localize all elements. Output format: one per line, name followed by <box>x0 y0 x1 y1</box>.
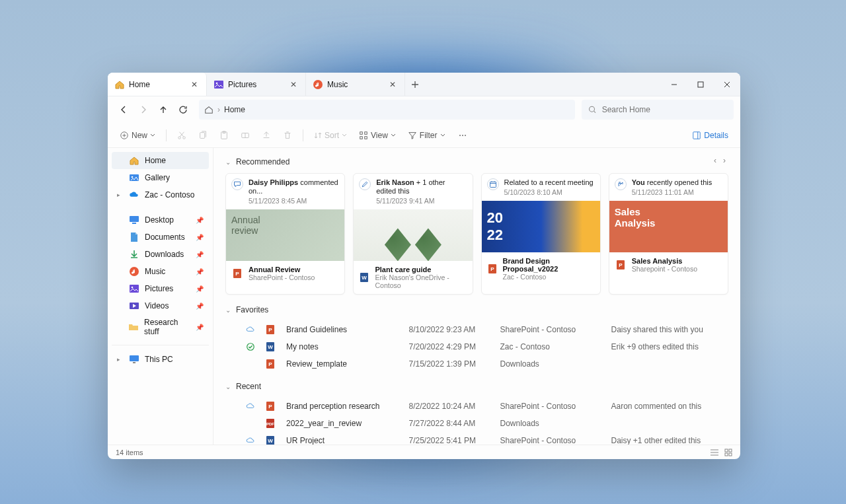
navigation-bar: › Home <box>108 96 740 123</box>
more-button[interactable]: ⋯ <box>453 128 472 143</box>
sidebar-item-zac-contoso[interactable]: ▸Zac - Contoso <box>112 186 209 203</box>
sidebar-item-downloads[interactable]: Downloads📌 <box>112 246 209 263</box>
close-window-button[interactable] <box>714 73 740 96</box>
card-thumbnail <box>354 209 472 261</box>
file-row[interactable]: PDF 2022_year_in_review 7/27/2022 8:44 A… <box>225 415 728 432</box>
section-recommended[interactable]: ⌄ Recommended <box>225 157 728 166</box>
maximize-button[interactable] <box>687 73 714 96</box>
tab-home[interactable]: Home ✕ <box>108 73 207 96</box>
sidebar-item-research-stuff[interactable]: Research stuff📌 <box>112 314 209 340</box>
sidebar-item-this-pc[interactable]: ▸This PC <box>112 351 209 368</box>
card-filename: Brand Design Proposal_v2022 <box>503 257 595 273</box>
carousel-prev-button[interactable]: ‹ <box>714 156 716 165</box>
svg-text:W: W <box>268 344 273 350</box>
file-date: 7/15/2022 1:39 PM <box>409 359 495 369</box>
card-timestamp: 5/11/2023 11:01 AM <box>632 188 712 196</box>
file-location: SharePoint - Contoso <box>500 402 606 411</box>
card-activity: Related to a recent meeting <box>504 178 594 187</box>
close-tab-button[interactable]: ✕ <box>288 80 299 89</box>
gallery-icon <box>129 172 139 183</box>
close-tab-button[interactable]: ✕ <box>189 80 200 89</box>
search-input[interactable] <box>602 105 727 114</box>
cloud-icon <box>245 435 256 445</box>
delete-button[interactable] <box>279 128 296 143</box>
recommended-card[interactable]: Daisy Philipps commented on... 5/11/2023… <box>225 173 345 295</box>
file-activity: Erik +9 others edited this <box>611 342 729 351</box>
file-row[interactable]: P Brand Guidelines 8/10/2022 9:23 AM Sha… <box>225 321 728 338</box>
filter-button[interactable]: Filter <box>404 128 449 143</box>
sort-button[interactable]: Sort <box>310 128 351 143</box>
carousel-next-button[interactable]: › <box>723 156 726 165</box>
rename-button[interactable] <box>237 128 254 143</box>
sidebar-item-desktop[interactable]: Desktop📌 <box>112 211 209 229</box>
sidebar-item-videos[interactable]: Videos📌 <box>112 297 209 314</box>
share-button[interactable] <box>258 128 275 143</box>
new-button[interactable]: New <box>116 128 159 143</box>
sidebar-label: Research stuff <box>144 318 190 336</box>
file-name: Brand Guidelines <box>286 325 404 334</box>
search-box[interactable] <box>582 100 734 120</box>
recommended-card[interactable]: You recently opened this 5/11/2023 11:01… <box>609 173 728 295</box>
file-date: 7/20/2022 4:29 PM <box>409 342 495 351</box>
file-location: Downloads <box>500 359 606 369</box>
back-button[interactable] <box>114 100 133 119</box>
item-count: 14 items <box>116 449 143 456</box>
sidebar-item-documents[interactable]: Documents📌 <box>112 229 209 246</box>
file-activity: Daisy shared this with you <box>611 325 729 334</box>
up-button[interactable] <box>154 100 173 119</box>
card-location: Zac - Contoso <box>503 273 595 281</box>
svg-rect-49 <box>725 449 728 452</box>
file-row[interactable]: P Review_template 7/15/2022 1:39 PM Down… <box>225 355 728 373</box>
svg-rect-15 <box>365 136 367 139</box>
card-location: Erik Nason's OneDrive - Contoso <box>375 273 467 289</box>
refresh-button[interactable] <box>174 100 192 119</box>
sidebar-item-pictures[interactable]: Pictures📌 <box>112 280 209 297</box>
word-icon: W <box>265 435 276 445</box>
svg-rect-52 <box>729 453 732 456</box>
sidebar-label: Gallery <box>145 173 170 182</box>
copy-button[interactable] <box>194 128 212 143</box>
file-date: 8/10/2022 9:23 AM <box>409 325 495 334</box>
sidebar-label: Desktop <box>145 215 174 225</box>
tab-pictures[interactable]: Pictures ✕ <box>207 73 306 96</box>
home-icon <box>114 79 125 90</box>
file-row[interactable]: W My notes 7/20/2022 4:29 PM Zac - Conto… <box>225 338 728 355</box>
sidebar-item-gallery[interactable]: Gallery <box>112 169 209 186</box>
view-button[interactable]: View <box>355 128 400 143</box>
section-favorites[interactable]: ⌄ Favorites <box>225 305 728 314</box>
chevron-down-icon: ⌄ <box>225 306 231 314</box>
file-row[interactable]: P Brand perception research 8/2/2022 10:… <box>225 398 728 415</box>
cut-button[interactable] <box>173 128 190 143</box>
svg-rect-51 <box>725 453 728 456</box>
paste-button[interactable] <box>215 128 233 143</box>
details-pane-button[interactable]: Details <box>688 128 732 143</box>
card-filename: Annual Review <box>249 266 315 273</box>
file-location: Zac - Contoso <box>500 342 606 351</box>
new-tab-button[interactable] <box>405 81 425 89</box>
svg-rect-22 <box>130 285 139 293</box>
cloud-icon <box>245 324 256 335</box>
file-date: 7/25/2022 5:41 PM <box>409 436 495 445</box>
file-location: Downloads <box>500 419 606 428</box>
recommended-card[interactable]: Related to a recent meeting 5/10/2023 8:… <box>481 173 601 295</box>
section-recent[interactable]: ⌄ Recent <box>225 382 728 391</box>
card-filename: Plant care guide <box>375 266 467 273</box>
card-timestamp: 5/10/2023 8:10 AM <box>504 188 594 196</box>
details-view-icon[interactable] <box>710 449 719 456</box>
minimize-button[interactable] <box>661 73 687 96</box>
address-bar[interactable]: › Home <box>199 100 575 120</box>
sidebar-item-music[interactable]: Music📌 <box>112 263 209 280</box>
svg-text:P: P <box>235 271 239 277</box>
sidebar-label: Music <box>145 267 165 276</box>
command-bar: New Sort View Filter ⋯ Details <box>108 123 740 148</box>
pin-icon: 📌 <box>196 303 204 310</box>
svg-text:P: P <box>268 404 272 410</box>
forward-button[interactable] <box>134 100 153 119</box>
recommended-card[interactable]: Erik Nason + 1 other edited this 5/11/20… <box>353 173 473 295</box>
close-tab-button[interactable]: ✕ <box>387 80 398 89</box>
file-row[interactable]: W UR Project 7/25/2022 5:41 PM SharePoin… <box>225 432 728 445</box>
sidebar-item-home[interactable]: Home <box>112 152 209 169</box>
svg-point-18 <box>132 176 134 178</box>
tab-music[interactable]: Music ✕ <box>306 73 405 96</box>
large-icons-view-icon[interactable] <box>724 449 732 456</box>
